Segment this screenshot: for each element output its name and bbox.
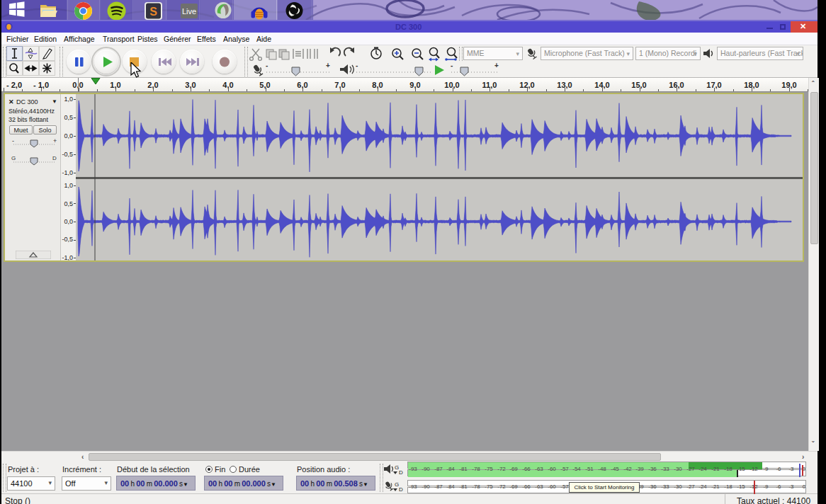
svg-text:-: - [451, 62, 453, 69]
svg-text:-: - [266, 62, 268, 69]
svg-text:D: D [399, 486, 403, 493]
svg-text:S: S [149, 6, 157, 18]
svg-text:+: + [53, 137, 57, 144]
svg-text:D: D [52, 155, 57, 161]
svg-text:-: - [12, 137, 14, 144]
svg-text:+: + [326, 62, 330, 69]
svg-text:D: D [399, 469, 403, 476]
svg-text:Live: Live [182, 7, 196, 16]
svg-text:-: - [356, 62, 358, 69]
svg-text:+: + [494, 62, 499, 69]
svg-text:G: G [11, 155, 16, 161]
